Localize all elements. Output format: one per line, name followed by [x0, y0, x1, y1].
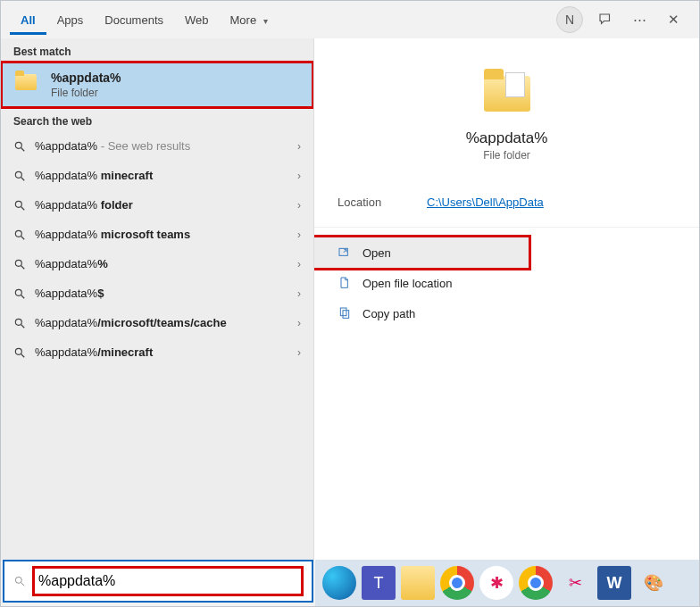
tab-web[interactable]: Web — [174, 4, 220, 35]
web-result-label: %appdata% minecraft — [35, 169, 288, 182]
tab-more-label: More — [230, 13, 257, 27]
web-result-item[interactable]: %appdata%/microsoft/teams/cache› — [1, 308, 313, 337]
svg-point-14 — [15, 348, 21, 354]
web-result-item[interactable]: %appdata% - See web results› — [1, 131, 313, 161]
feedback-icon[interactable] — [588, 3, 622, 37]
preview-subtitle: File folder — [314, 149, 699, 162]
user-avatar[interactable]: N — [556, 6, 583, 33]
chevron-right-icon: › — [297, 140, 301, 153]
web-result-item[interactable]: %appdata%$› — [1, 279, 313, 308]
preview-panel: %appdata% File folder Location C:\Users\… — [313, 38, 699, 561]
best-match-subtitle: File folder — [51, 87, 121, 99]
chevron-right-icon: › — [297, 317, 301, 329]
svg-line-15 — [21, 353, 25, 357]
svg-point-4 — [15, 201, 21, 207]
section-search-web: Search the web — [1, 108, 313, 131]
best-match-item[interactable]: %appdata% File folder — [1, 62, 313, 108]
taskbar-slack-icon[interactable]: ✱ — [479, 566, 513, 600]
svg-rect-18 — [343, 311, 349, 319]
action-open-location-label: Open file location — [362, 277, 452, 290]
svg-line-13 — [21, 324, 25, 328]
preview-folder-icon — [479, 67, 536, 117]
location-label: Location — [338, 195, 409, 209]
svg-line-5 — [21, 206, 25, 210]
action-open[interactable]: Open — [314, 237, 529, 268]
taskbar-edge-icon[interactable] — [322, 566, 356, 600]
taskbar-snip-icon[interactable]: ✂ — [558, 566, 592, 600]
taskbar-word-icon[interactable]: W — [597, 566, 631, 600]
svg-point-8 — [15, 260, 21, 266]
web-result-item[interactable]: %appdata% microsoft teams› — [1, 220, 313, 249]
svg-point-19 — [15, 577, 21, 583]
web-result-item[interactable]: %appdata%%› — [1, 249, 313, 279]
search-icon — [13, 575, 26, 587]
web-result-label: %appdata%/minecraft — [35, 345, 288, 359]
tab-apps[interactable]: Apps — [46, 4, 95, 35]
web-result-label: %appdata% folder — [35, 198, 288, 212]
open-icon — [338, 245, 352, 260]
search-icon — [13, 287, 26, 300]
svg-point-2 — [15, 171, 21, 178]
svg-line-3 — [21, 177, 25, 180]
search-input[interactable] — [37, 572, 299, 590]
svg-line-1 — [21, 147, 25, 151]
chevron-right-icon: › — [297, 229, 301, 241]
web-result-item[interactable]: %appdata%/minecraft› — [1, 337, 313, 367]
search-box[interactable] — [3, 560, 313, 603]
tab-documents[interactable]: Documents — [94, 4, 174, 35]
section-best-match: Best match — [1, 38, 313, 62]
web-result-label: %appdata%$ — [35, 287, 288, 300]
results-panel: Best match %appdata% File folder Search … — [1, 38, 313, 561]
action-open-location[interactable]: Open file location — [314, 268, 699, 298]
action-open-label: Open — [362, 246, 391, 260]
taskbar-explorer-icon[interactable] — [401, 566, 435, 600]
web-result-label: %appdata%/microsoft/teams/cache — [35, 316, 288, 329]
more-options-icon[interactable]: ⋯ — [622, 3, 656, 37]
svg-point-12 — [15, 319, 21, 325]
preview-title: %appdata% — [314, 129, 699, 147]
chevron-down-icon: ▾ — [263, 16, 268, 26]
web-result-item[interactable]: %appdata% folder› — [1, 190, 313, 220]
web-result-item[interactable]: %appdata% minecraft› — [1, 161, 313, 190]
search-icon — [13, 229, 26, 241]
location-row: Location C:\Users\Dell\AppData — [314, 183, 699, 221]
tab-all[interactable]: All — [10, 4, 46, 35]
svg-line-7 — [21, 236, 25, 239]
taskbar-chrome2-icon[interactable] — [519, 566, 553, 600]
search-icon — [13, 199, 26, 212]
taskbar-paint-icon[interactable]: 🎨 — [637, 566, 671, 600]
search-icon — [13, 317, 26, 329]
top-tab-bar: All Apps Documents Web More ▾ N ⋯ ✕ — [1, 1, 699, 38]
web-results-list: %appdata% - See web results›%appdata% mi… — [1, 131, 313, 367]
svg-rect-17 — [340, 308, 346, 316]
close-icon[interactable]: ✕ — [656, 3, 690, 37]
bottom-bar: T ✱ ✂ W 🎨 — [1, 560, 699, 606]
chevron-right-icon: › — [297, 170, 301, 182]
chevron-right-icon: › — [297, 346, 301, 359]
location-link[interactable]: C:\Users\Dell\AppData — [427, 195, 544, 209]
taskbar-teams-icon[interactable]: T — [362, 566, 396, 600]
svg-point-0 — [15, 142, 21, 148]
best-match-text: %appdata% File folder — [51, 71, 121, 99]
web-result-label: %appdata% microsoft teams — [35, 228, 288, 241]
taskbar: T ✱ ✂ W 🎨 — [315, 560, 699, 606]
svg-line-9 — [21, 265, 25, 269]
chevron-right-icon: › — [297, 287, 301, 300]
chevron-right-icon: › — [297, 199, 301, 212]
tab-more[interactable]: More ▾ — [220, 4, 279, 35]
search-icon — [13, 140, 26, 153]
svg-line-11 — [21, 295, 25, 298]
web-result-label: %appdata%% — [35, 257, 288, 270]
action-copy-path-label: Copy path — [362, 307, 415, 320]
action-copy-path[interactable]: Copy path — [314, 298, 699, 328]
search-icon — [13, 258, 26, 270]
taskbar-chrome-icon[interactable] — [440, 566, 474, 600]
svg-point-10 — [15, 289, 21, 295]
search-icon — [13, 170, 26, 182]
chevron-right-icon: › — [297, 258, 301, 270]
folder-icon — [13, 71, 40, 94]
svg-line-20 — [21, 583, 25, 586]
web-result-label: %appdata% - See web results — [35, 139, 288, 153]
file-location-icon — [338, 276, 352, 290]
search-icon — [13, 346, 26, 359]
